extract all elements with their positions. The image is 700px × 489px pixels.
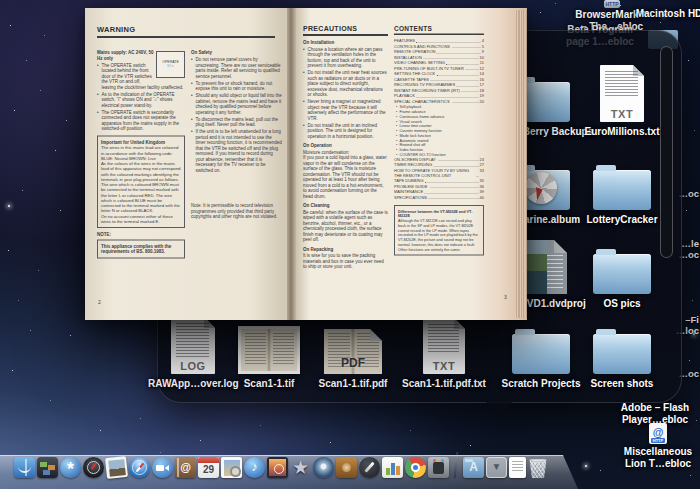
toc-entry: CASSETTE TAPES16	[394, 77, 484, 82]
precautions-heading: PRECAUTIONS	[303, 26, 388, 36]
numbers-icon[interactable]	[382, 457, 403, 478]
address-book-icon[interactable]	[175, 457, 196, 478]
finder-icon[interactable]	[14, 457, 35, 478]
toc-entry: PLAYBACK19	[394, 94, 484, 99]
mission-control-icon[interactable]	[37, 457, 58, 478]
bullet: If the unit is to be left unattended for…	[191, 129, 282, 173]
copyright-note: Note: It is permissible to record televi…	[191, 203, 282, 220]
bullet: Never bring a magnet or magnetized objec…	[303, 99, 388, 121]
page-number: 3	[504, 294, 507, 300]
warning-heading: WARNING	[97, 25, 275, 38]
bs-compliance-box: This appliance complies with the require…	[97, 239, 185, 258]
chrome-icon[interactable]	[405, 457, 426, 478]
stack-item-lotterycracker[interactable]: LotteryCracker	[577, 152, 667, 226]
manual-page-right: PRECAUTIONS On Installation Choose a loc…	[296, 8, 527, 320]
toc-entry: VIDEO CHANNEL SETTING11	[394, 61, 484, 66]
toc-entry: FEATURES4	[394, 39, 484, 44]
uk-important-box: Important for United Kingdom The wires i…	[97, 136, 185, 228]
dock-icons: 29 A	[14, 452, 548, 478]
model-difference-box: Difference between the VT-M202E and VT-M…	[394, 205, 484, 256]
bullet: To disconnect the mains lead, pull out t…	[191, 117, 282, 128]
toc-entry: SPECIFICATIONS40	[394, 195, 484, 200]
bullet: Choose a location where air can pass thr…	[303, 47, 388, 69]
desktop-icon-adobe-flash[interactable]: Adobe – Flash Player…ebloc	[612, 402, 698, 425]
photo-booth-icon[interactable]	[428, 457, 449, 478]
desktop-icon-label: Miscellaneous Lion T…ebloc	[618, 446, 698, 469]
toc-entry: INSTANT RECORDING TIMER (IRT)18	[394, 88, 484, 93]
bullet: The OPERATE switch is secondarily connec…	[97, 110, 185, 132]
bullet: Do not install the unit in an inclined p…	[303, 123, 388, 140]
stack-item-scan-tif[interactable]: Scan1-1.tif	[224, 316, 314, 390]
desktop-icon-label: Macintosh HD	[634, 8, 700, 20]
folder-icon	[593, 334, 651, 374]
bright-star	[585, 465, 587, 467]
toc-entry: SETTING THE CLOCK14	[394, 72, 484, 77]
desktop-icon-macintosh-hd[interactable]: Macintosh HD	[634, 8, 700, 20]
open-stack-icon[interactable]	[486, 457, 507, 478]
photo-print-icon[interactable]	[105, 456, 128, 479]
scanned-manual: WARNING OPERATE I / ○ Mains supply: AC 2…	[85, 8, 527, 320]
stack-arrow	[486, 402, 512, 419]
on-safety-col: On Safety Do not remove panel covers by …	[191, 50, 282, 220]
toc-entry: HOW TO OPERATE YOUR TV BY USING THE REMO…	[394, 168, 484, 178]
pages-icon[interactable]	[359, 457, 380, 478]
toc-entry: SPECIAL CHARACTERISTICS20	[394, 99, 484, 104]
itunes-icon[interactable]	[244, 457, 265, 478]
dock-divider	[454, 452, 459, 478]
toc-entry: PRE-TUNING OF BUILT-IN TV TUNER12	[394, 66, 484, 71]
folder-icon	[593, 170, 651, 210]
webloc-at-icon: @HTTP	[649, 423, 667, 444]
garageband-icon[interactable]	[336, 457, 357, 478]
webloc-icon: HTTP	[604, 0, 620, 8]
safari-icon[interactable]	[129, 457, 150, 478]
txt-file-icon: TXT	[423, 318, 465, 374]
label-fragment: –Fi	[685, 314, 699, 325]
manual-page-left: WARNING OPERATE I / ○ Mains supply: AC 2…	[85, 8, 287, 320]
preview-icon[interactable]	[221, 457, 242, 478]
stars	[0, 0, 1, 1]
log-file-icon: LOG	[171, 317, 215, 374]
bright-star	[8, 205, 10, 207]
toc-entry: MAINTENANCE39	[394, 189, 484, 194]
documents-stack-icon[interactable]	[509, 457, 526, 478]
stack-item-screen-shots[interactable]: Screen shots	[577, 316, 667, 390]
applications-stack-icon[interactable]: A	[463, 457, 484, 478]
warning-col1: OPERATE I / ○ Mains supply: AC 240V, 50 …	[97, 50, 185, 262]
toc-entry: CONTROLS AND FUNCTIONS5	[394, 44, 484, 49]
trash-icon[interactable]	[528, 457, 548, 478]
pdf-file-icon: PDF	[324, 329, 382, 374]
stack-item-scan-txt[interactable]: TXT Scan1-1.tif.pdf.txt	[399, 316, 489, 390]
imovie-icon[interactable]	[290, 457, 311, 478]
bullet: Should any solid object or liquid fall i…	[191, 93, 282, 115]
stack-item-scratch-projects[interactable]: Scratch Projects	[496, 316, 586, 390]
stack-item-euromillions[interactable]: TXT EuroMillions.txt	[577, 64, 667, 138]
toc-entry: RECORDING TV PROGRAMMES17	[394, 83, 484, 88]
stack-item-scan-pdf[interactable]: PDF Scan1-1.tif.pdf	[308, 316, 398, 390]
bullet: To prevent fire or shock hazard, do not …	[191, 81, 282, 92]
bullet: As to the indication of the OPERATE swit…	[97, 92, 185, 109]
label-fragment: …le	[682, 238, 699, 249]
txt-file-icon: TXT	[600, 65, 644, 122]
facetime-icon[interactable]	[152, 457, 173, 478]
toc-subitem: COUNTER GO-TO function	[394, 152, 484, 157]
stack-item-os-pics[interactable]: OS pics	[577, 236, 667, 310]
tif-image-icon	[238, 326, 300, 374]
toc-entry: PROBLEM GUIDE36	[394, 184, 484, 189]
folder-icon	[512, 334, 570, 374]
toc-entry: INSTALLATION10	[394, 55, 484, 60]
iphoto-icon[interactable]	[267, 457, 288, 478]
page-edges	[516, 10, 527, 318]
toc-entry: REMOTE OPERATION9	[394, 50, 484, 55]
app-store-icon[interactable]	[60, 457, 81, 478]
contents-heading: CONTENTS	[394, 26, 484, 35]
page-number: 2	[98, 299, 101, 305]
quicklook-window[interactable]: WARNING OPERATE I / ○ Mains supply: AC 2…	[85, 8, 527, 320]
desktop-icon-miscellaneous-lion[interactable]: @HTTP Miscellaneous Lion T…ebloc	[618, 423, 698, 469]
aperture-icon[interactable]	[83, 457, 104, 478]
desktop: HTTP BrowserMark™ – The…ebloc Macintosh …	[0, 0, 700, 489]
contents-col: CONTENTS FEATURES4 CONTROLS AND FUNCTION…	[394, 26, 484, 260]
idvd-icon[interactable]	[313, 457, 334, 478]
precautions-col: PRECAUTIONS On Installation Choose a loc…	[303, 26, 388, 270]
toc-entry: TIMER RECORDING27	[394, 162, 484, 167]
ical-icon[interactable]: 29	[198, 457, 219, 478]
